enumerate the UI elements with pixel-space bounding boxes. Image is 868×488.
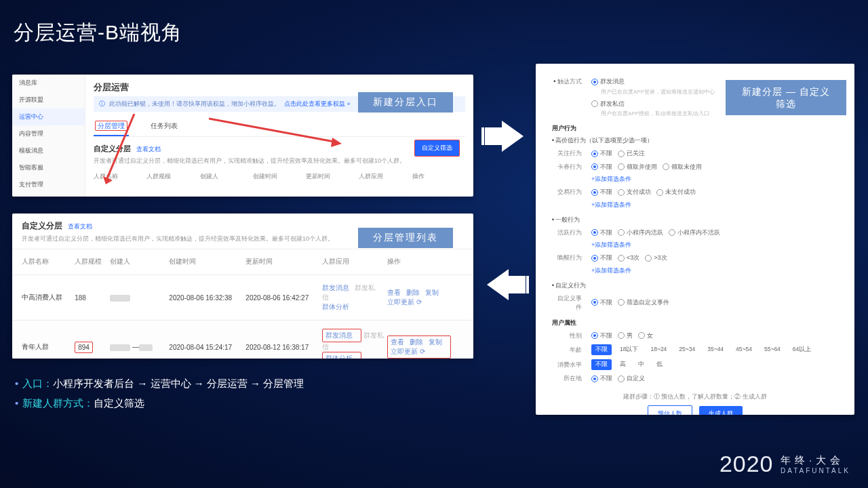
radio-option[interactable]: 领取未使用 [663,163,702,171]
table-header: 人群名称人群规模创建人创建时间更新时间人群应用操作 [94,172,465,181]
bullet-item: •新建人群方式：自定义筛选 [15,394,304,413]
radio-option[interactable]: 自定义 [618,374,645,383]
cell-ctime: 2020-08-04 15:24:17 [169,344,245,351]
radio-option[interactable]: 不限 [591,228,612,237]
filter-row: 自定义事件不限筛选自定义事件 [552,294,838,312]
filter-row: 卡券行为不限领取并使用领取未使用 [552,163,838,172]
generate-button[interactable]: 生成人群 [699,406,743,415]
op-copy[interactable]: 复制 [429,338,442,346]
radio-option[interactable]: 领取并使用 [618,163,657,171]
radio-mass-msg[interactable]: 群发消息 [591,77,625,86]
estimate-button[interactable]: 预估人数 [648,405,692,415]
cell-ops: 查看删除复制 立即更新 ⟳ [387,336,464,359]
sidebar-item-selected[interactable]: 运营中心 [12,108,85,125]
op-view[interactable]: 查看 [387,289,401,296]
radio-option[interactable]: 男 [618,331,633,340]
sidebar-item[interactable]: 内容管理 [12,125,85,142]
radio-option[interactable]: 支付成功 [618,188,651,197]
add-condition-link[interactable]: +添加筛选条件 [591,176,838,184]
radio-option[interactable]: 未支付成功 [656,188,696,197]
add-condition-link[interactable]: +添加筛选条件 [591,267,838,275]
sidebar-item[interactable]: 智能客服 [12,159,85,176]
app-group-analysis[interactable]: 群体分析 [326,354,353,359]
radio-option[interactable]: 不限 [591,298,612,307]
radio-option[interactable]: 女 [638,331,653,340]
add-condition-link[interactable]: +添加筛选条件 [591,241,838,249]
sidebar-item[interactable]: 模板消息 [12,142,85,159]
subsection-general: 一般行为 [552,216,838,224]
field-label: 消费水平 [552,361,585,369]
chip-option[interactable]: 45~54 [732,344,756,354]
radio-option[interactable]: <3次 [618,253,639,262]
chip-option[interactable]: 18以下 [616,344,642,355]
subsection-desc: 开发者可通过自定义分层，精细化筛选已有用户，实现精准触达，提升经营效率及转化效果… [94,157,465,165]
panel-custom-filter: 触达方式 群发消息 用户已在百度APP登录，通知将推送至通知中心 群发私信 用户… [536,64,854,415]
bullet-item: •入口：小程序开发者后台 → 运营中心 → 分层运营 → 分层管理 [15,374,304,394]
field-label: 年龄 [552,346,585,354]
overlay-label: 新建分层 — 自定义筛选 [726,80,846,115]
radio-option[interactable]: >3次 [645,253,667,262]
tab-task-list[interactable]: 任务列表 [149,117,179,136]
annotation-arrow [209,112,344,152]
filter-row: 性别不限男女 [552,331,838,341]
radio-desc: 用户在百度APP授权，私信将推送至私信入口 [601,110,715,117]
cell-name: 青年人群 [22,342,75,352]
radio-option[interactable]: 已关注 [618,149,645,158]
cell-apps: 群发消息群发私信 群体分析 [322,283,387,312]
radio-option[interactable]: 小程序内不活跃 [669,228,720,237]
section-behavior: 用户行为 [552,124,838,133]
chip-option[interactable]: 64以上 [789,344,815,355]
app-mass-msg[interactable]: 群发消息 [322,284,349,291]
op-copy[interactable]: 复制 [425,289,439,296]
chip-option[interactable]: 低 [652,359,667,370]
info-icon: ⓘ [99,100,105,108]
list-title: 自定义分层 [22,220,62,232]
op-view[interactable]: 查看 [391,338,404,346]
add-condition-link[interactable]: +添加筛选条件 [591,201,838,209]
chip-option[interactable]: 不限 [591,344,612,355]
sidebar-item[interactable]: 支付管理 [12,176,85,193]
docs-link[interactable]: 查看文档 [68,222,92,231]
op-delete[interactable]: 删除 [410,338,423,346]
slide-bullets: •入口：小程序开发者后台 → 运营中心 → 分层运营 → 分层管理 •新建人群方… [15,374,304,413]
filter-row: 年龄不限18以下18~2425~3435~4445~5455~6464以上 [552,344,838,355]
chip-option[interactable]: 35~44 [703,344,728,354]
op-refresh[interactable]: 立即更新 ⟳ [387,298,422,306]
chip-option[interactable]: 高 [616,359,630,370]
app-group-analysis[interactable]: 群体分析 [322,303,349,310]
field-label: 性别 [552,331,585,340]
overlay-label: 分层管理列表 [358,228,453,248]
notice-link[interactable]: 点击此处查看更多权益 » [284,100,351,108]
sidebar-item[interactable]: 消息库 [12,75,85,92]
app-mass-msg[interactable]: 群发消息 [326,331,353,339]
chip-option[interactable]: 18~24 [646,344,671,354]
sidebar-item[interactable]: 开源联盟 [12,92,85,108]
radio-option[interactable]: 筛选自定义事件 [618,298,669,307]
radio-option[interactable]: 不限 [591,331,612,340]
svg-rect-1 [526,276,529,293]
radio-option[interactable]: 不限 [591,374,612,383]
subsection-custom: 自定义行为 [552,282,838,290]
filter-row: 活跃行为不限小程序内活跃小程序内不活跃 [552,228,838,238]
sidebar-item[interactable]: 分层运营 [12,193,85,197]
radio-option[interactable]: 不限 [591,149,612,158]
cell-scale: 188 [75,294,110,302]
cell-creator [110,293,169,301]
cell-creator: — [110,343,169,350]
field-label: 所在地 [552,374,585,383]
radio-option[interactable]: 小程序内活跃 [618,228,663,237]
field-label: 唤醒行为 [552,253,585,262]
op-delete[interactable]: 删除 [406,289,420,296]
op-refresh[interactable]: 立即更新 ⟳ [391,348,425,355]
chip-option[interactable]: 不限 [591,359,612,370]
radio-mass-dm[interactable]: 群发私信 [591,100,625,108]
radio-option[interactable]: 不限 [591,188,612,197]
table-row: 青年人群 894 — 2020-08-04 15:24:17 2020-08-1… [12,320,473,359]
new-custom-filter-button[interactable]: 自定义筛选 [414,140,460,157]
radio-option[interactable]: 不限 [591,163,612,171]
chip-option[interactable]: 中 [634,359,648,370]
radio-option[interactable]: 不限 [591,253,612,262]
chip-option[interactable]: 55~64 [760,344,785,354]
chip-option[interactable]: 25~34 [675,344,699,354]
svg-rect-0 [481,127,484,145]
